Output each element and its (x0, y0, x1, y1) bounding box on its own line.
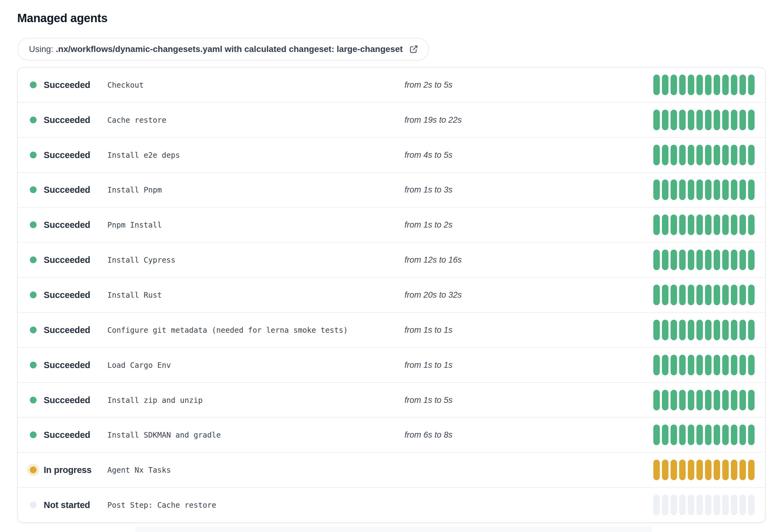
agent-segment[interactable] (653, 75, 660, 95)
agent-segment[interactable] (688, 425, 694, 445)
agent-segment[interactable] (740, 75, 746, 95)
agent-segment[interactable] (688, 110, 694, 130)
agent-segment[interactable] (731, 75, 737, 95)
agent-segment[interactable] (713, 495, 720, 515)
agent-segment[interactable] (671, 250, 677, 270)
agent-segment[interactable] (722, 390, 729, 410)
agent-segment[interactable] (696, 145, 703, 165)
agent-segment[interactable] (662, 425, 668, 445)
agent-segment[interactable] (671, 179, 677, 200)
agent-segment[interactable] (705, 179, 711, 200)
agent-segment[interactable] (748, 390, 755, 410)
agent-segment[interactable] (722, 110, 729, 130)
agent-segment[interactable] (679, 179, 686, 200)
agent-segment[interactable] (688, 319, 694, 340)
agent-segment[interactable] (671, 75, 677, 95)
agent-segment[interactable] (662, 460, 668, 480)
agent-segment[interactable] (740, 284, 746, 305)
agent-segment[interactable] (662, 215, 668, 235)
agent-segment[interactable] (705, 250, 711, 270)
agent-segment[interactable] (653, 284, 660, 305)
workflow-config-badge[interactable]: Using: .nx/workflows/dynamic-changesets.… (17, 38, 429, 60)
agent-segment[interactable] (731, 215, 737, 235)
agent-segment[interactable] (671, 425, 677, 445)
agent-step-row[interactable]: Succeeded Configure git metadata (needed… (18, 312, 765, 347)
agent-step-row[interactable]: Succeeded Load Cargo Env from 1s to 1s (18, 347, 765, 382)
agent-segment[interactable] (696, 215, 703, 235)
agent-segment[interactable] (740, 425, 746, 445)
agent-segment[interactable] (696, 75, 703, 95)
agent-segment[interactable] (662, 390, 668, 410)
agent-segment[interactable] (748, 250, 755, 270)
agent-segment[interactable] (688, 250, 694, 270)
agent-segment[interactable] (713, 390, 720, 410)
agent-segment[interactable] (696, 355, 703, 375)
agent-step-row[interactable]: Succeeded Checkout from 2s to 5s (18, 68, 765, 102)
agent-step-row[interactable]: Succeeded Install Pnpm from 1s to 3s (18, 172, 765, 207)
agent-segment[interactable] (713, 215, 720, 235)
agent-segment[interactable] (722, 284, 729, 305)
agent-step-row[interactable]: Succeeded Install zip and unzip from 1s … (18, 382, 765, 417)
agent-step-row[interactable]: Succeeded Pnpm Install from 1s to 2s (18, 207, 765, 242)
agent-segment[interactable] (679, 495, 686, 515)
agent-segment[interactable] (688, 460, 694, 480)
agent-segment[interactable] (679, 319, 686, 340)
agent-segment[interactable] (722, 319, 729, 340)
agent-segment[interactable] (671, 355, 677, 375)
agent-segment[interactable] (748, 495, 755, 515)
agent-segment[interactable] (731, 250, 737, 270)
agent-segment[interactable] (688, 355, 694, 375)
agent-segment[interactable] (722, 355, 729, 375)
agent-segment[interactable] (740, 355, 746, 375)
agent-segment[interactable] (705, 215, 711, 235)
agent-segment[interactable] (679, 145, 686, 165)
agent-segment[interactable] (731, 390, 737, 410)
agent-segment[interactable] (653, 250, 660, 270)
agent-segment[interactable] (662, 495, 668, 515)
agent-segment[interactable] (713, 425, 720, 445)
agent-segment[interactable] (671, 319, 677, 340)
agent-segment[interactable] (705, 425, 711, 445)
agent-segment[interactable] (679, 110, 686, 130)
agent-segment[interactable] (713, 355, 720, 375)
agent-step-row[interactable]: Succeeded Install SDKMAN and gradle from… (18, 417, 765, 452)
agent-segment[interactable] (722, 250, 729, 270)
agent-segment[interactable] (713, 250, 720, 270)
agent-segment[interactable] (696, 110, 703, 130)
agent-segment[interactable] (696, 460, 703, 480)
agent-segment[interactable] (688, 75, 694, 95)
agent-segment[interactable] (696, 390, 703, 410)
agent-segment[interactable] (662, 179, 668, 200)
agent-segment[interactable] (679, 75, 686, 95)
agent-segment[interactable] (722, 460, 729, 480)
agent-segment[interactable] (713, 145, 720, 165)
agent-segment[interactable] (731, 319, 737, 340)
agent-segment[interactable] (748, 145, 755, 165)
agent-segment[interactable] (653, 215, 660, 235)
agent-segment[interactable] (679, 460, 686, 480)
agent-segment[interactable] (748, 110, 755, 130)
agent-segment[interactable] (748, 75, 755, 95)
agent-segment[interactable] (688, 179, 694, 200)
agent-segment[interactable] (671, 460, 677, 480)
agent-segment[interactable] (662, 284, 668, 305)
agent-segment[interactable] (731, 495, 737, 515)
agent-segment[interactable] (722, 179, 729, 200)
agent-segment[interactable] (679, 355, 686, 375)
agent-segment[interactable] (748, 284, 755, 305)
agent-segment[interactable] (748, 355, 755, 375)
agent-segment[interactable] (705, 495, 711, 515)
agent-segment[interactable] (688, 145, 694, 165)
agent-step-row[interactable]: Succeeded Install Cypress from 12s to 16… (18, 242, 765, 277)
agent-segment[interactable] (740, 250, 746, 270)
agent-segment[interactable] (688, 215, 694, 235)
agent-segment[interactable] (662, 250, 668, 270)
agent-segment[interactable] (748, 179, 755, 200)
agent-segment[interactable] (653, 355, 660, 375)
agent-segment[interactable] (671, 390, 677, 410)
agent-segment[interactable] (740, 145, 746, 165)
agent-segment[interactable] (679, 215, 686, 235)
agent-segment[interactable] (662, 145, 668, 165)
agent-segment[interactable] (713, 75, 720, 95)
agent-segment[interactable] (740, 179, 746, 200)
